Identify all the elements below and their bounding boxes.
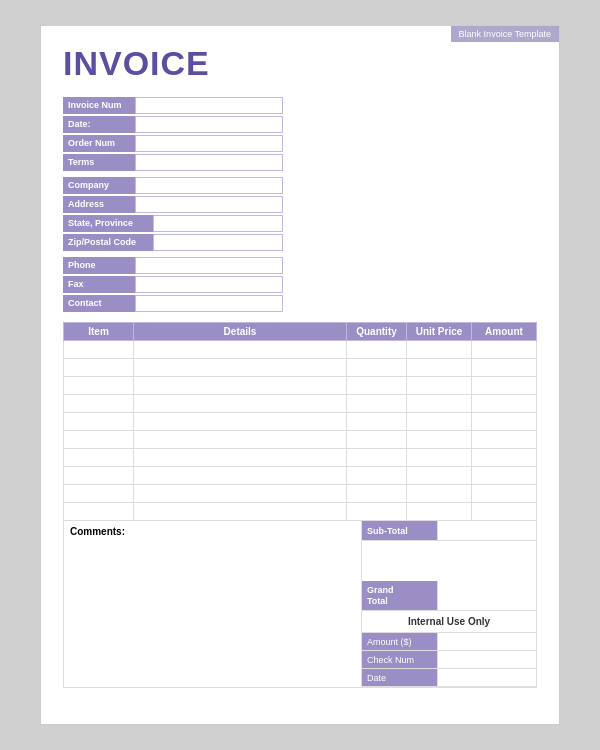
cell-amount[interactable] [472,377,537,395]
bottom-section: Comments: Sub-Total Grand Total [63,521,537,688]
cell-qty[interactable] [347,341,407,359]
terms-input[interactable] [135,154,283,171]
invoice-page: Blank Invoice Template INVOICE Invoice N… [40,25,560,725]
sub-total-row: Sub-Total [362,521,536,541]
cell-price[interactable] [407,377,472,395]
cell-price[interactable] [407,467,472,485]
cell-amount[interactable] [472,449,537,467]
cell-item[interactable] [64,431,134,449]
table-row [64,341,537,359]
contact-label: Contact [63,295,135,312]
cell-amount[interactable] [472,467,537,485]
cell-details[interactable] [134,359,347,377]
cell-details[interactable] [134,449,347,467]
payment-date-value[interactable] [437,669,536,686]
cell-item[interactable] [64,377,134,395]
internal-use-label: Internal Use Only [362,611,536,633]
cell-amount[interactable] [472,413,537,431]
cell-qty[interactable] [347,467,407,485]
cell-item[interactable] [64,503,134,521]
totals-cell: Sub-Total Grand Total Internal Use Only [362,521,537,688]
invoice-num-input[interactable] [135,97,283,114]
cell-amount[interactable] [472,395,537,413]
cell-qty[interactable] [347,449,407,467]
cell-details[interactable] [134,467,347,485]
totals-empty-row-2 [362,561,536,581]
company-label: Company [63,177,135,194]
zip-input[interactable] [153,234,283,251]
phone-input[interactable] [135,257,283,274]
cell-details[interactable] [134,503,347,521]
cell-item[interactable] [64,467,134,485]
cell-price[interactable] [407,395,472,413]
cell-price[interactable] [407,413,472,431]
cell-qty[interactable] [347,413,407,431]
col-header-quantity: Quantity [347,323,407,341]
cell-qty[interactable] [347,377,407,395]
invoice-info-block: Invoice Num Date: Order Num Terms [63,97,283,171]
table-row [64,467,537,485]
col-header-amount: Amount [472,323,537,341]
fax-input[interactable] [135,276,283,293]
cell-amount[interactable] [472,503,537,521]
table-row [64,485,537,503]
state-label: State, Province [63,215,153,232]
cell-amount[interactable] [472,431,537,449]
cell-item[interactable] [64,341,134,359]
cell-details[interactable] [134,341,347,359]
cell-item[interactable] [64,395,134,413]
contact-input[interactable] [135,295,283,312]
contact-row: Contact [63,295,283,312]
grand-total-value[interactable] [437,581,536,610]
payment-date-label: Date [362,669,437,686]
company-input[interactable] [135,177,283,194]
cell-qty[interactable] [347,359,407,377]
sub-total-value[interactable] [437,521,536,540]
cell-price[interactable] [407,431,472,449]
cell-item[interactable] [64,413,134,431]
address-input[interactable] [135,196,283,213]
comments-label: Comments: [70,526,125,537]
address-label: Address [63,196,135,213]
sub-total-label: Sub-Total [362,521,437,540]
cell-details[interactable] [134,395,347,413]
cell-qty[interactable] [347,485,407,503]
cell-details[interactable] [134,413,347,431]
phone-label: Phone [63,257,135,274]
cell-item[interactable] [64,359,134,377]
cell-details[interactable] [134,377,347,395]
fax-row: Fax [63,276,283,293]
cell-price[interactable] [407,503,472,521]
cell-amount[interactable] [472,359,537,377]
cell-qty[interactable] [347,431,407,449]
template-label: Blank Invoice Template [451,26,559,42]
cell-price[interactable] [407,485,472,503]
cell-price[interactable] [407,341,472,359]
cell-qty[interactable] [347,395,407,413]
invoice-title: INVOICE [63,44,537,83]
table-row [64,449,537,467]
invoice-table: Item Details Quantity Unit Price Amount [63,322,537,521]
check-num-row: Check Num [362,651,536,669]
zip-label: Zip/Postal Code [63,234,153,251]
date-input[interactable] [135,116,283,133]
state-input[interactable] [153,215,283,232]
cell-price[interactable] [407,359,472,377]
amount-value[interactable] [437,633,536,650]
cell-item[interactable] [64,449,134,467]
amount-label: Amount ($) [362,633,437,650]
cell-amount[interactable] [472,485,537,503]
cell-qty[interactable] [347,503,407,521]
cell-amount[interactable] [472,341,537,359]
invoice-num-row: Invoice Num [63,97,283,114]
cell-details[interactable] [134,431,347,449]
table-row [64,395,537,413]
order-num-row: Order Num [63,135,283,152]
state-row: State, Province [63,215,283,232]
check-num-value[interactable] [437,651,536,668]
cell-item[interactable] [64,485,134,503]
cell-price[interactable] [407,449,472,467]
order-num-input[interactable] [135,135,283,152]
cell-details[interactable] [134,485,347,503]
terms-label: Terms [63,154,135,171]
